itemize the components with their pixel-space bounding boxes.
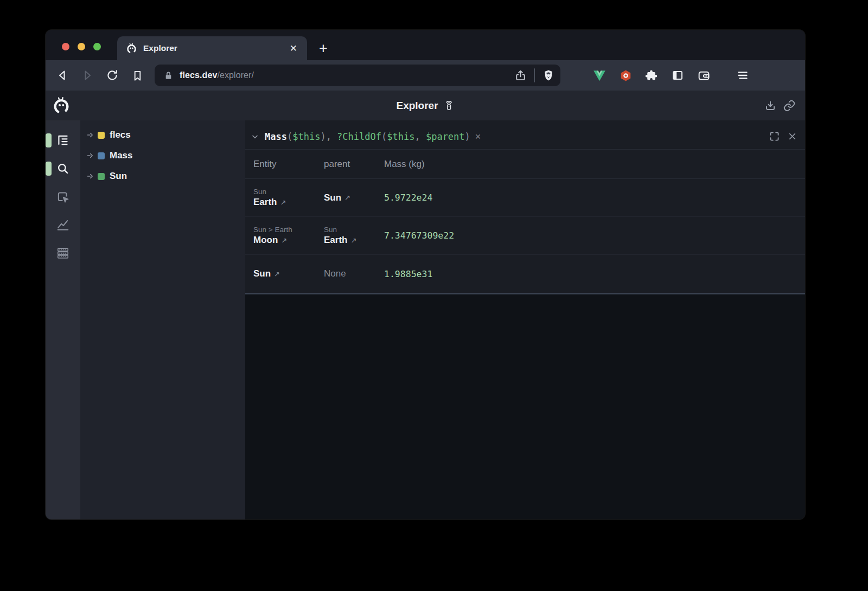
- url-text: flecs.dev/explorer/: [180, 70, 514, 80]
- hexagon-extension-icon[interactable]: [618, 68, 633, 83]
- sidebar-toggle-icon[interactable]: [670, 68, 685, 83]
- browser-menu-icon[interactable]: [735, 68, 750, 83]
- tab-explorer[interactable]: Explorer ✕: [117, 36, 307, 60]
- empty-content-area: [245, 294, 805, 519]
- open-entity-icon[interactable]: ↗: [344, 194, 350, 202]
- parent-cell: None: [324, 263, 384, 285]
- data-rows-icon: [56, 246, 70, 260]
- expand-chevron-icon[interactable]: [87, 132, 93, 138]
- inspect-cursor-icon: [56, 190, 70, 204]
- tree-item[interactable]: Mass: [80, 145, 245, 166]
- back-icon[interactable]: [55, 68, 70, 83]
- entity-path: Sun > Earth: [253, 226, 321, 234]
- table-row[interactable]: Sun Earth↗ Sun↗ 5.9722e24: [245, 179, 805, 217]
- table-row[interactable]: Sun↗ None 1.9885e31: [245, 255, 805, 293]
- tree-item[interactable]: Sun: [80, 166, 245, 187]
- extension-icons: [592, 68, 750, 83]
- bookmark-icon[interactable]: [130, 68, 145, 83]
- open-entity-icon[interactable]: ↗: [281, 236, 287, 245]
- side-toolbar-entity-tree[interactable]: [46, 126, 80, 155]
- entity-tree-icon: [56, 133, 70, 147]
- header-actions: [763, 99, 796, 113]
- query-token: ,: [414, 131, 425, 142]
- query-header: Mass($this), ?ChildOf($this, $parent) ×: [245, 124, 805, 150]
- entity-link[interactable]: Earth↗: [253, 197, 321, 208]
- open-entity-icon[interactable]: ↗: [274, 270, 280, 278]
- query-token: ),: [320, 131, 337, 142]
- download-icon[interactable]: [763, 99, 777, 113]
- column-header-mass: Mass (kg): [384, 159, 794, 170]
- entity-cell: Sun↗: [253, 263, 324, 285]
- mass-value: 1.9885e31: [384, 269, 432, 279]
- flecs-logo-icon[interactable]: [52, 97, 71, 115]
- entity-link[interactable]: Earth↗: [324, 235, 381, 246]
- main-area: flecs Mass: [46, 120, 805, 519]
- entity-color-swatch: [98, 152, 105, 159]
- query-token: $this: [292, 131, 320, 142]
- side-toolbar-inspect[interactable]: [46, 183, 80, 211]
- entity-name: None: [324, 268, 346, 279]
- browser-toolbar: flecs.dev/explorer/: [46, 60, 805, 91]
- query-results-card: Mass($this), ?ChildOf($this, $parent) ×: [245, 120, 805, 293]
- expand-chevron-icon[interactable]: [87, 173, 93, 179]
- expand-chevron-icon[interactable]: [87, 152, 93, 159]
- side-toolbar-query-search[interactable]: [46, 155, 80, 183]
- column-header-parent: parent: [324, 159, 384, 170]
- address-bar[interactable]: flecs.dev/explorer/: [155, 65, 560, 86]
- entity-cell: Sun Earth↗: [253, 182, 324, 213]
- minimize-window-button[interactable]: [78, 43, 85, 50]
- explorer-app-header: Explorer: [46, 91, 805, 120]
- url-path: /explorer/: [217, 70, 254, 80]
- tab-close-icon[interactable]: ✕: [288, 43, 299, 54]
- side-toolbar-data[interactable]: [46, 239, 80, 267]
- active-panel-indicator: [46, 133, 52, 147]
- query-expression[interactable]: Mass($this), ?ChildOf($this, $parent): [265, 131, 470, 142]
- query-token: Mass: [265, 131, 287, 142]
- zoom-window-button[interactable]: [93, 43, 101, 50]
- entity-name: Earth: [253, 197, 277, 208]
- query-token: ): [465, 131, 470, 142]
- query-results-panel: Mass($this), ?ChildOf($this, $parent) ×: [245, 120, 805, 519]
- wallet-icon[interactable]: [696, 68, 711, 83]
- stats-chart-icon: [56, 218, 70, 232]
- entity-path: Sun: [324, 226, 381, 234]
- entity-name: Moon: [253, 235, 278, 246]
- mass-value: 5.9722e24: [384, 192, 432, 203]
- results-rows: Sun Earth↗ Sun↗ 5.9722e24 Sun > Earth: [245, 179, 805, 293]
- table-row[interactable]: Sun > Earth Moon↗ Sun Earth↗ 7.34767309e…: [245, 217, 805, 255]
- share-icon[interactable]: [514, 69, 527, 82]
- window-controls: [62, 43, 101, 50]
- entity-link[interactable]: Sun↗: [324, 192, 381, 203]
- query-token: (: [381, 131, 387, 142]
- tab-title: Explorer: [143, 43, 282, 53]
- tree-item[interactable]: flecs: [80, 125, 245, 145]
- secure-lock-icon: [163, 70, 174, 81]
- entity-name: Sun: [253, 268, 271, 279]
- clear-query-icon[interactable]: ×: [475, 132, 481, 142]
- forward-icon[interactable]: [80, 68, 95, 83]
- close-panel-icon[interactable]: [787, 131, 797, 142]
- fullscreen-icon[interactable]: [769, 131, 780, 142]
- mass-cell: 7.34767309e22: [384, 230, 794, 241]
- vue-devtools-icon[interactable]: [592, 68, 607, 83]
- open-entity-icon[interactable]: ↗: [350, 236, 356, 245]
- entity-path: Sun: [253, 188, 321, 196]
- app-title: Explorer: [396, 100, 438, 112]
- reload-icon[interactable]: [105, 68, 120, 83]
- brave-shields-icon[interactable]: [542, 69, 555, 82]
- new-tab-button[interactable]: +: [319, 41, 328, 56]
- desktop: Explorer ✕ +: [0, 0, 868, 591]
- entity-link: None: [324, 268, 381, 279]
- tree-item-label: Sun: [110, 171, 127, 182]
- side-toolbar-stats[interactable]: [46, 211, 80, 239]
- copy-link-icon[interactable]: [782, 99, 796, 113]
- entity-link[interactable]: Moon↗: [253, 235, 321, 246]
- entity-link[interactable]: Sun↗: [253, 268, 321, 279]
- collapse-chevron-icon[interactable]: [248, 132, 261, 141]
- url-host: flecs.dev: [180, 70, 217, 80]
- close-window-button[interactable]: [62, 43, 69, 50]
- extensions-puzzle-icon[interactable]: [644, 68, 659, 83]
- open-entity-icon[interactable]: ↗: [280, 198, 286, 207]
- results-header-row: Entity parent Mass (kg): [245, 150, 805, 179]
- urlbar-divider: [534, 68, 535, 82]
